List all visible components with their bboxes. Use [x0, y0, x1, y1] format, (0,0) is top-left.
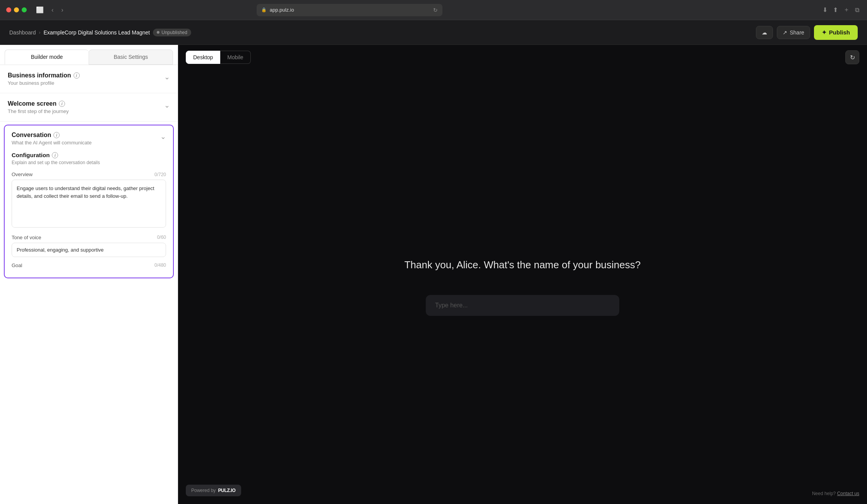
section-business-info-content: Business information i Your business pro… — [8, 72, 80, 86]
chat-input-placeholder: Type here... — [435, 302, 468, 309]
tab-mobile[interactable]: Mobile — [220, 51, 250, 64]
url-display: app.pulz.io — [270, 7, 294, 13]
preview-tabs: Desktop Mobile — [186, 51, 251, 64]
breadcrumb-home[interactable]: Dashboard — [9, 29, 36, 36]
section-business-info-subtitle: Your business profile — [8, 80, 80, 86]
contact-us-link[interactable]: Contact us — [837, 491, 859, 496]
welcome-screen-info-icon: i — [59, 101, 65, 107]
preview-content: Thank you, Alice. What's the name of you… — [178, 70, 867, 504]
section-welcome-screen-title: Welcome screen i — [8, 100, 69, 107]
section-conversation-subtitle: What the AI Agent will communicate — [12, 140, 92, 146]
refresh-button[interactable]: ↻ — [845, 50, 859, 64]
breadcrumb-separator: › — [39, 30, 41, 35]
chrome-bar: ⬜ ‹ › 🔒 app.pulz.io ↻ ⬇ ⬆ ＋ ⧉ — [0, 0, 867, 20]
tone-field-header: Tone of voice 0/60 — [12, 235, 166, 240]
overview-textarea[interactable] — [12, 180, 166, 228]
config-title: Configuration i — [12, 152, 166, 158]
conversation-chevron: ⌄ — [160, 132, 166, 141]
lock-icon: 🔒 — [261, 7, 267, 12]
config-subtitle: Explain and set up the conversation deta… — [12, 160, 166, 165]
publish-plus-icon: ✦ — [822, 29, 827, 36]
nav-actions: ☁ ↗ Share ✦ Publish — [756, 25, 858, 40]
share-chrome-icon[interactable]: ⬆ — [831, 5, 840, 15]
preview-toolbar: Desktop Mobile ↻ — [178, 45, 867, 70]
status-badge: Unpublished — [153, 29, 191, 36]
fullscreen-icon[interactable] — [22, 7, 27, 12]
need-help-label: Need help? — [812, 491, 836, 496]
goal-field-header: Goal 0/480 — [12, 262, 166, 268]
top-nav: Dashboard › ExampleCorp Digital Solution… — [0, 20, 867, 45]
section-conversation-title: Conversation i — [12, 132, 92, 139]
tab-desktop-label: Desktop — [193, 54, 213, 60]
tab-basic-label: Basic Settings — [114, 54, 148, 60]
status-dot — [157, 31, 159, 34]
goal-count: 0/480 — [154, 262, 166, 268]
business-info-chevron: ⌄ — [164, 73, 170, 81]
status-label: Unpublished — [161, 30, 187, 35]
mode-tabs: Builder mode Basic Settings — [0, 45, 178, 65]
close-icon[interactable] — [6, 7, 11, 12]
business-info-icon: i — [74, 72, 80, 79]
address-bar[interactable]: 🔒 app.pulz.io ↻ — [257, 4, 442, 16]
breadcrumb: Dashboard › ExampleCorp Digital Solution… — [9, 29, 756, 36]
section-conversation-header[interactable]: Conversation i What the AI Agent will co… — [5, 125, 173, 152]
share-label: Share — [790, 29, 804, 36]
section-welcome-screen[interactable]: Welcome screen i The first step of the j… — [0, 93, 178, 122]
sidebar-toggle-btn[interactable]: ⬜ — [34, 5, 45, 15]
publish-button[interactable]: ✦ Publish — [814, 25, 858, 40]
tab-basic-settings[interactable]: Basic Settings — [89, 50, 173, 65]
main-layout: Builder mode Basic Settings Business inf… — [0, 45, 867, 504]
overview-label: Overview — [12, 171, 33, 177]
new-tab-icon[interactable]: ＋ — [842, 4, 851, 15]
download-icon[interactable]: ⬇ — [821, 5, 829, 15]
forward-btn[interactable]: › — [60, 5, 65, 15]
cloud-save-button[interactable]: ☁ — [756, 26, 773, 39]
tone-label: Tone of voice — [12, 235, 41, 240]
share-button[interactable]: ↗ Share — [777, 26, 810, 39]
refresh-icon: ↻ — [850, 54, 855, 61]
powered-by-brand: PULZ.IO — [218, 488, 235, 493]
tab-desktop[interactable]: Desktop — [186, 51, 220, 64]
section-conversation: Conversation i What the AI Agent will co… — [4, 125, 174, 278]
minimize-icon[interactable] — [14, 7, 19, 12]
section-conversation-info: Conversation i What the AI Agent will co… — [12, 132, 92, 146]
chat-input-area[interactable]: Type here... — [426, 295, 619, 316]
chrome-sidebar-buttons: ⬜ — [34, 5, 45, 15]
traffic-lights — [6, 7, 27, 12]
tabs-icon[interactable]: ⧉ — [853, 5, 861, 15]
powered-by-prefix: Powered by — [191, 488, 216, 493]
chat-ai-message: Thank you, Alice. What's the name of you… — [404, 258, 641, 272]
section-welcome-screen-content: Welcome screen i The first step of the j… — [8, 100, 69, 114]
preview-panel: Desktop Mobile ↻ Thank you, Alice. What'… — [178, 45, 867, 504]
publish-label: Publish — [829, 29, 850, 36]
overview-count: 0/720 — [154, 172, 166, 177]
breadcrumb-project: ExampleCorp Digital Solutions Lead Magne… — [44, 29, 150, 36]
conversation-info-icon: i — [53, 132, 60, 138]
reload-icon[interactable]: ↻ — [433, 7, 438, 13]
welcome-screen-chevron: ⌄ — [164, 101, 170, 110]
config-info-icon: i — [52, 152, 58, 158]
need-help-text: Need help? Contact us — [812, 491, 859, 496]
chrome-right-actions: ⬇ ⬆ ＋ ⧉ — [821, 4, 861, 15]
goal-label: Goal — [12, 262, 22, 268]
cloud-icon: ☁ — [762, 29, 767, 36]
section-conversation-body: Configuration i Explain and set up the c… — [5, 152, 173, 278]
powered-by-badge: Powered by PULZ.IO — [186, 485, 241, 496]
tab-mobile-label: Mobile — [227, 54, 243, 60]
back-btn[interactable]: ‹ — [50, 5, 55, 15]
share-arrow-icon: ↗ — [783, 29, 787, 36]
section-business-info[interactable]: Business information i Your business pro… — [0, 65, 178, 93]
overview-field-header: Overview 0/720 — [12, 171, 166, 177]
tone-count: 0/60 — [157, 235, 166, 240]
tab-builder-label: Builder mode — [31, 54, 63, 60]
tab-builder-mode[interactable]: Builder mode — [5, 50, 89, 65]
section-business-info-title: Business information i — [8, 72, 80, 79]
tone-input[interactable] — [12, 243, 166, 257]
section-welcome-screen-subtitle: The first step of the journey — [8, 108, 69, 114]
sidebar: Builder mode Basic Settings Business inf… — [0, 45, 178, 504]
